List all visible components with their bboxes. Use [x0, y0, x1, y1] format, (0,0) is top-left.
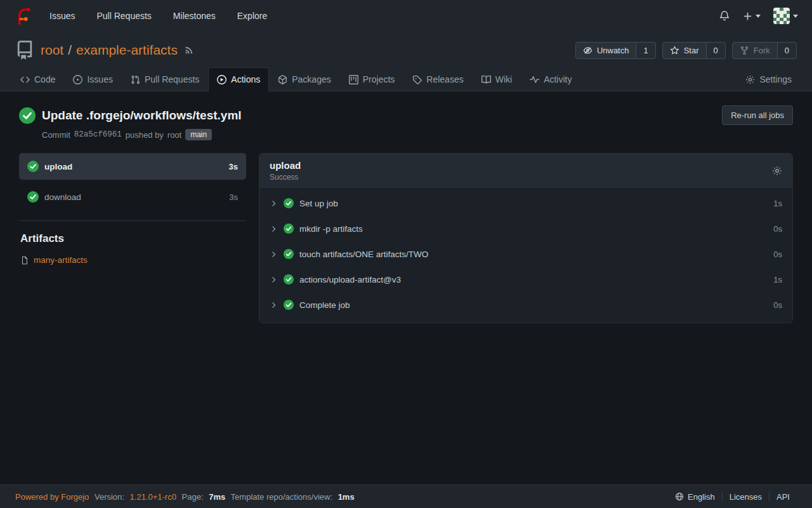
page-time-label: Page: [182, 492, 204, 502]
bell-icon [719, 10, 730, 22]
licenses-link[interactable]: Licenses [722, 492, 769, 502]
page-time-value: 7ms [209, 492, 225, 502]
artifact-download-link[interactable]: many-artifacts [34, 255, 88, 265]
tab-issues[interactable]: Issues [64, 67, 121, 91]
commit-author-link[interactable]: root [167, 130, 181, 140]
chevron-right-icon[interactable] [270, 301, 278, 309]
tab-label: Packages [292, 74, 331, 84]
plus-icon [743, 11, 752, 21]
job-success-icon [27, 161, 39, 172]
job-duration: 3s [229, 162, 238, 171]
language-selector[interactable]: English [668, 492, 722, 502]
forgejo-logo-icon[interactable] [14, 6, 33, 25]
repo-owner-link[interactable]: root [41, 43, 63, 58]
repo-name-link[interactable]: example-artifacts [76, 43, 178, 58]
gear-icon [772, 166, 782, 176]
job-row-upload[interactable]: upload 3s [19, 153, 246, 180]
job-duration: 3s [229, 192, 238, 202]
globe-icon [675, 492, 684, 501]
chevron-right-icon[interactable] [270, 250, 278, 258]
star-label: Star [684, 46, 699, 55]
actions-run-view: Update .forgejo/workflows/test.yml Re-ru… [0, 91, 812, 485]
tab-settings[interactable]: Settings [737, 67, 801, 91]
step-duration: 0s [773, 300, 782, 310]
nav-item-issues[interactable]: Issues [49, 11, 75, 21]
play-circle-icon [217, 75, 226, 84]
eye-slash-icon [583, 46, 593, 55]
star-button[interactable]: Star [662, 42, 707, 59]
step-row-mkdir[interactable]: mkdir -p artifacts 0s [259, 216, 792, 241]
repo-header: root / example-artifacts [0, 32, 812, 64]
step-duration: 0s [773, 224, 782, 234]
avatar [773, 8, 790, 24]
tab-projects[interactable]: Projects [340, 67, 404, 91]
tab-pull-requests[interactable]: Pull Requests [122, 67, 208, 91]
job-name: download [44, 192, 81, 202]
tab-label: Activity [544, 74, 572, 84]
nav-item-explore[interactable]: Explore [237, 11, 267, 21]
tab-label: Wiki [495, 74, 512, 84]
chevron-right-icon[interactable] [270, 276, 278, 284]
commit-sha-link[interactable]: 82a5cf6961 [74, 130, 122, 139]
tag-icon [412, 75, 422, 84]
unwatch-button[interactable]: Unwatch [575, 42, 637, 59]
step-row-setup[interactable]: Set up job 1s [259, 190, 792, 216]
job-success-icon [27, 191, 39, 203]
fork-label: Fork [754, 46, 770, 55]
project-board-icon [349, 75, 358, 84]
chevron-down-icon [756, 15, 761, 18]
step-label: Complete job [299, 300, 350, 310]
run-header: Update .forgejo/workflows/test.yml Re-ru… [19, 105, 793, 125]
tab-wiki[interactable]: Wiki [473, 67, 521, 91]
job-detail-titles: upload Success [270, 160, 301, 182]
step-label: touch artifacts/ONE artifacts/TWO [299, 250, 428, 259]
artifact-item[interactable]: many-artifacts [20, 255, 245, 265]
top-chrome: Issues Pull Requests Milestones Explore [0, 0, 812, 91]
tab-activity[interactable]: Activity [521, 67, 580, 91]
notifications-button[interactable] [719, 10, 730, 22]
tab-code[interactable]: Code [11, 67, 64, 91]
artifacts-section: Artifacts many-artifacts [19, 220, 246, 265]
step-success-icon [284, 274, 294, 284]
branch-badge[interactable]: main [185, 129, 212, 140]
fork-button[interactable]: Fork [732, 42, 778, 59]
repo-separator: / [68, 43, 72, 58]
step-row-upload-artifact[interactable]: actions/upload-artifact@v3 1s [259, 267, 792, 292]
job-detail-panel: upload Success [259, 153, 793, 323]
version-link[interactable]: 1.21.0+1-rc0 [130, 492, 176, 502]
navbar: Issues Pull Requests Milestones Explore [0, 0, 812, 32]
create-new-button[interactable] [743, 11, 761, 21]
tab-label: Pull Requests [145, 74, 199, 84]
step-duration: 1s [773, 275, 782, 284]
step-duration: 1s [773, 199, 782, 208]
artifacts-heading: Artifacts [20, 232, 245, 245]
rerun-all-jobs-button[interactable]: Re-run all jobs [722, 105, 793, 125]
rss-icon[interactable] [184, 45, 194, 55]
tab-releases[interactable]: Releases [403, 67, 472, 91]
tab-packages[interactable]: Packages [269, 67, 339, 91]
user-menu-button[interactable] [773, 8, 798, 24]
job-row-download[interactable]: download 3s [19, 184, 246, 210]
pushed-by-text: pushed by [126, 130, 164, 140]
job-status-text: Success [270, 173, 301, 182]
chevron-right-icon[interactable] [270, 199, 278, 208]
star-button-group: Star 0 [662, 42, 726, 59]
stars-count[interactable]: 0 [707, 42, 726, 59]
tab-actions[interactable]: Actions [208, 67, 269, 91]
run-success-icon [19, 107, 36, 124]
tab-label: Releases [426, 74, 463, 84]
nav-item-pull-requests[interactable]: Pull Requests [96, 11, 151, 21]
step-row-touch[interactable]: touch artifacts/ONE artifacts/TWO 0s [259, 241, 792, 267]
chevron-right-icon[interactable] [270, 225, 278, 233]
job-options-button[interactable] [772, 166, 782, 176]
step-row-complete[interactable]: Complete job 0s [259, 292, 792, 318]
file-icon [20, 256, 29, 265]
forks-count[interactable]: 0 [778, 42, 797, 59]
watchers-count[interactable]: 1 [636, 42, 655, 59]
commit-prefix: Commit [42, 130, 70, 140]
template-time-label: Template repo/actions/view: [231, 492, 332, 502]
api-link[interactable]: API [769, 492, 797, 502]
step-label: mkdir -p artifacts [299, 224, 363, 234]
nav-item-milestones[interactable]: Milestones [173, 11, 216, 21]
powered-by-link[interactable]: Powered by Forgejo [15, 492, 89, 502]
